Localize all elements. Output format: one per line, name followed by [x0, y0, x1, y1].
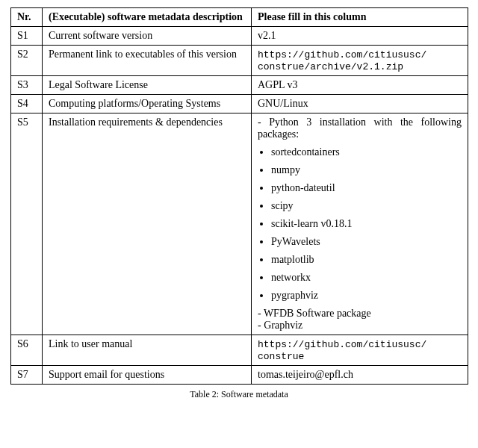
table-row: S5 Installation requirements & dependenc…	[11, 113, 468, 335]
row-nr: S2	[11, 46, 43, 76]
list-item: scipy	[271, 200, 462, 212]
list-item: networkx	[271, 272, 462, 284]
list-item: pygraphviz	[271, 290, 462, 302]
table-row: S2 Permanent link to executables of this…	[11, 46, 468, 76]
row-desc: Link to user manual	[43, 335, 252, 366]
list-item: numpy	[271, 164, 462, 176]
header-val: Please fill in this column	[252, 8, 468, 27]
header-row: Nr. (Executable) software metadata descr…	[11, 8, 468, 27]
row-nr: S5	[11, 113, 43, 335]
deps-extra: - Graphviz	[258, 320, 462, 332]
table-caption: Table 2: Software metadata	[10, 389, 468, 400]
row-nr: S1	[11, 27, 43, 46]
table-row: S4 Computing platforms/Operating Systems…	[11, 95, 468, 113]
row-nr: S7	[11, 366, 43, 385]
row-desc: Computing platforms/Operating Systems	[43, 95, 252, 113]
link-text: https://github.com/citiususc/	[258, 49, 426, 60]
table-row: S3 Legal Software License AGPL v3	[11, 76, 468, 95]
table-row: S6 Link to user manual https://github.co…	[11, 335, 468, 366]
row-desc: Legal Software License	[43, 76, 252, 95]
row-val: v2.1	[252, 27, 468, 46]
row-val: https://github.com/citiususc/ construe	[252, 335, 468, 366]
header-nr: Nr.	[11, 8, 43, 27]
link-text: https://github.com/citiususc/	[258, 339, 426, 350]
list-item: PyWavelets	[271, 236, 462, 248]
header-desc: (Executable) software metadata descripti…	[43, 8, 252, 27]
row-val: GNU/Linux	[252, 95, 468, 113]
row-val: tomas.teijeiro@epfl.ch	[252, 366, 468, 385]
link-text: construe/archive/v2.1.zip	[258, 61, 403, 72]
link-text: construe	[258, 351, 304, 362]
list-item: sortedcontainers	[271, 146, 462, 158]
row-nr: S3	[11, 76, 43, 95]
list-item: python-dateutil	[271, 182, 462, 194]
row-val: AGPL v3	[252, 76, 468, 95]
row-desc: Support email for questions	[43, 366, 252, 385]
row-nr: S6	[11, 335, 43, 366]
row-desc: Installation requirements & dependencies	[43, 113, 252, 335]
row-nr: S4	[11, 95, 43, 113]
table-row: S1 Current software version v2.1	[11, 27, 468, 46]
row-desc: Permanent link to executables of this ve…	[43, 46, 252, 76]
packages-list: sortedcontainers numpy python-dateutil s…	[271, 146, 462, 302]
table-row: S7 Support email for questions tomas.tei…	[11, 366, 468, 385]
deps-intro: - Python 3 installation with the followi…	[258, 116, 462, 140]
row-val: https://github.com/citiususc/ construe/a…	[252, 46, 468, 76]
row-desc: Current software version	[43, 27, 252, 46]
software-metadata-table: Nr. (Executable) software metadata descr…	[10, 7, 468, 385]
list-item: matplotlib	[271, 254, 462, 266]
row-val: - Python 3 installation with the followi…	[252, 113, 468, 335]
list-item: scikit-learn v0.18.1	[271, 218, 462, 230]
deps-extra: - WFDB Software package	[258, 308, 462, 320]
